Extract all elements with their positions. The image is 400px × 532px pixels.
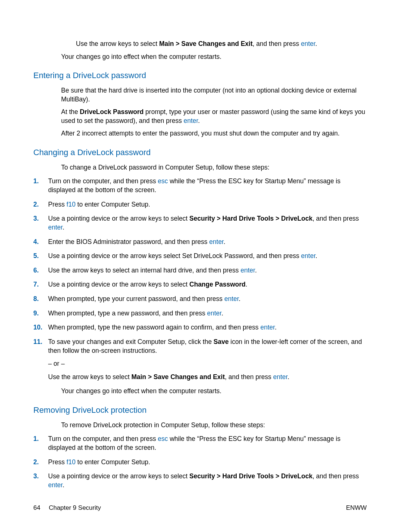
step-body: Enter the BIOS Administrator password, a… xyxy=(48,238,367,247)
step-body: Use a pointing device or the arrow keys … xyxy=(48,280,367,289)
step-number: 4. xyxy=(33,238,48,247)
step-body: Use a pointing device or the arrow keys … xyxy=(48,214,367,232)
page-footer: 64 Chapter 9 Security ENWW xyxy=(33,504,367,512)
footer-page-number: 64 xyxy=(33,504,40,511)
step-number: 9. xyxy=(33,309,48,318)
step-item: 1.Turn on the computer, and then press e… xyxy=(33,435,367,452)
s3-intro: To remove DriveLock protection in Comput… xyxy=(61,421,367,430)
step-item: 1.Turn on the computer, and then press e… xyxy=(33,177,367,194)
step-number: 5. xyxy=(33,252,48,261)
intro-restart: Your changes go into effect when the com… xyxy=(61,53,367,61)
step-number: 2. xyxy=(33,458,48,467)
step-body: Press f10 to enter Computer Setup. xyxy=(48,200,367,209)
step-item: 3.Use a pointing device or the arrow key… xyxy=(33,472,367,489)
step-body: When prompted, type the new password aga… xyxy=(48,323,367,332)
step-item: 9.When prompted, type a new password, an… xyxy=(33,309,367,318)
step-item: 11.To save your changes and exit Compute… xyxy=(33,338,367,382)
s2-intro: To change a DriveLock password in Comput… xyxy=(61,163,367,172)
step-body: When prompted, type your current passwor… xyxy=(48,295,367,304)
s3-steps: 1.Turn on the computer, and then press e… xyxy=(33,435,367,489)
step-body: Turn on the computer, and then press esc… xyxy=(48,435,367,452)
step-body: Use a pointing device or the arrow keys … xyxy=(48,472,367,489)
step-item: 4.Enter the BIOS Administrator password,… xyxy=(33,238,367,247)
heading-removing-drivelock: Removing DriveLock protection xyxy=(33,405,367,416)
step-item: 5.Use a pointing device or the arrow key… xyxy=(33,252,367,261)
step-body: Use the arrow keys to select an internal… xyxy=(48,266,367,275)
step-number: 3. xyxy=(33,214,48,223)
step-body: Turn on the computer, and then press esc… xyxy=(48,177,367,194)
step-number: 6. xyxy=(33,266,48,275)
step-item: 8.When prompted, type your current passw… xyxy=(33,295,367,304)
footer-right: ENWW xyxy=(346,504,367,512)
step-number: 7. xyxy=(33,280,48,289)
s1-p3: After 2 incorrect attempts to enter the … xyxy=(61,129,367,138)
intro-save-exit: Use the arrow keys to select Main > Save… xyxy=(76,40,367,48)
step-item: 6.Use the arrow keys to select an intern… xyxy=(33,266,367,275)
heading-changing-drivelock: Changing a DriveLock password xyxy=(33,147,367,158)
step-item: 3.Use a pointing device or the arrow key… xyxy=(33,214,367,232)
step-body: Use a pointing device or the arrow keys … xyxy=(48,252,367,261)
s2-outro: Your changes go into effect when the com… xyxy=(61,387,367,396)
step-body: When prompted, type a new password, and … xyxy=(48,309,367,318)
s2-steps: 1.Turn on the computer, and then press e… xyxy=(33,177,367,381)
heading-entering-drivelock: Entering a DriveLock password xyxy=(33,70,367,81)
step-number: 10. xyxy=(33,323,48,332)
step-body: To save your changes and exit Computer S… xyxy=(48,338,367,382)
step-number: 3. xyxy=(33,472,48,481)
step-item: 2.Press f10 to enter Computer Setup. xyxy=(33,458,367,467)
s1-p2: At the DriveLock Password prompt, type y… xyxy=(61,108,367,125)
footer-chapter: Chapter 9 Security xyxy=(49,504,101,511)
step-number: 1. xyxy=(33,177,48,186)
step-number: 2. xyxy=(33,200,48,209)
step-item: 7.Use a pointing device or the arrow key… xyxy=(33,280,367,289)
step-item: 10.When prompted, type the new password … xyxy=(33,323,367,332)
step-item: 2.Press f10 to enter Computer Setup. xyxy=(33,200,367,209)
step-number: 11. xyxy=(33,338,48,347)
step-body: Press f10 to enter Computer Setup. xyxy=(48,458,367,467)
step-number: 8. xyxy=(33,295,48,304)
s1-p1: Be sure that the hard drive is inserted … xyxy=(61,86,367,104)
step-number: 1. xyxy=(33,435,48,444)
